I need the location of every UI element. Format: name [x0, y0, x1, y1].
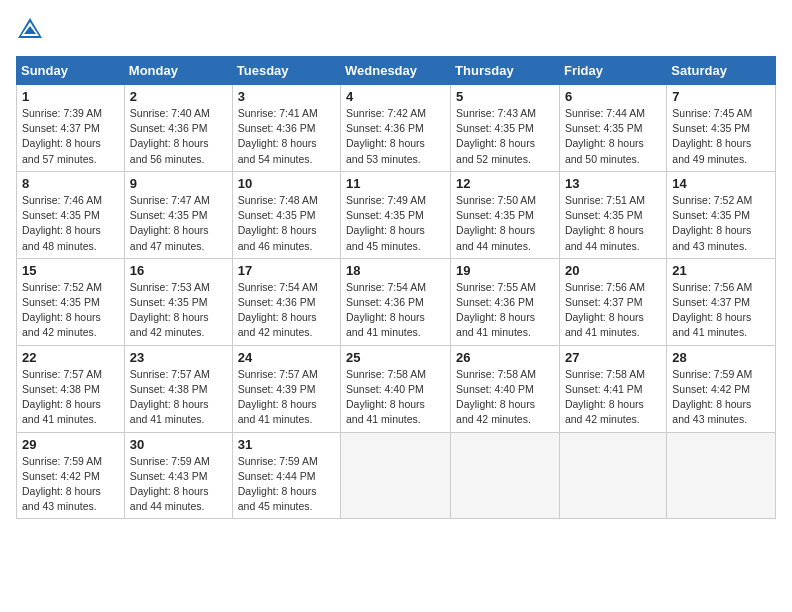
day-info: Sunrise: 7:52 AMSunset: 4:35 PMDaylight:…: [22, 280, 119, 341]
day-info: Sunrise: 7:58 AMSunset: 4:41 PMDaylight:…: [565, 367, 661, 428]
calendar-week-3: 15Sunrise: 7:52 AMSunset: 4:35 PMDayligh…: [17, 258, 776, 345]
day-info: Sunrise: 7:57 AMSunset: 4:38 PMDaylight:…: [22, 367, 119, 428]
day-info: Sunrise: 7:42 AMSunset: 4:36 PMDaylight:…: [346, 106, 445, 167]
weekday-header-wednesday: Wednesday: [341, 57, 451, 85]
calendar-table: SundayMondayTuesdayWednesdayThursdayFrid…: [16, 56, 776, 519]
calendar-cell: 29Sunrise: 7:59 AMSunset: 4:42 PMDayligh…: [17, 432, 125, 519]
day-number: 29: [22, 437, 119, 452]
day-number: 9: [130, 176, 227, 191]
day-number: 17: [238, 263, 335, 278]
day-info: Sunrise: 7:48 AMSunset: 4:35 PMDaylight:…: [238, 193, 335, 254]
calendar-cell: 28Sunrise: 7:59 AMSunset: 4:42 PMDayligh…: [667, 345, 776, 432]
day-info: Sunrise: 7:54 AMSunset: 4:36 PMDaylight:…: [238, 280, 335, 341]
day-info: Sunrise: 7:56 AMSunset: 4:37 PMDaylight:…: [672, 280, 770, 341]
calendar-cell: 14Sunrise: 7:52 AMSunset: 4:35 PMDayligh…: [667, 171, 776, 258]
day-number: 23: [130, 350, 227, 365]
day-number: 8: [22, 176, 119, 191]
day-info: Sunrise: 7:57 AMSunset: 4:39 PMDaylight:…: [238, 367, 335, 428]
calendar-cell: [667, 432, 776, 519]
day-number: 1: [22, 89, 119, 104]
day-number: 19: [456, 263, 554, 278]
calendar-cell: 15Sunrise: 7:52 AMSunset: 4:35 PMDayligh…: [17, 258, 125, 345]
day-number: 6: [565, 89, 661, 104]
day-info: Sunrise: 7:46 AMSunset: 4:35 PMDaylight:…: [22, 193, 119, 254]
day-number: 26: [456, 350, 554, 365]
day-number: 10: [238, 176, 335, 191]
calendar-cell: [341, 432, 451, 519]
day-info: Sunrise: 7:39 AMSunset: 4:37 PMDaylight:…: [22, 106, 119, 167]
weekday-header-saturday: Saturday: [667, 57, 776, 85]
day-info: Sunrise: 7:53 AMSunset: 4:35 PMDaylight:…: [130, 280, 227, 341]
day-info: Sunrise: 7:44 AMSunset: 4:35 PMDaylight:…: [565, 106, 661, 167]
day-info: Sunrise: 7:41 AMSunset: 4:36 PMDaylight:…: [238, 106, 335, 167]
day-info: Sunrise: 7:57 AMSunset: 4:38 PMDaylight:…: [130, 367, 227, 428]
calendar-cell: 4Sunrise: 7:42 AMSunset: 4:36 PMDaylight…: [341, 85, 451, 172]
calendar-week-2: 8Sunrise: 7:46 AMSunset: 4:35 PMDaylight…: [17, 171, 776, 258]
day-number: 30: [130, 437, 227, 452]
day-number: 3: [238, 89, 335, 104]
calendar-cell: 30Sunrise: 7:59 AMSunset: 4:43 PMDayligh…: [124, 432, 232, 519]
day-info: Sunrise: 7:47 AMSunset: 4:35 PMDaylight:…: [130, 193, 227, 254]
calendar-cell: 22Sunrise: 7:57 AMSunset: 4:38 PMDayligh…: [17, 345, 125, 432]
calendar-cell: 9Sunrise: 7:47 AMSunset: 4:35 PMDaylight…: [124, 171, 232, 258]
page-header: [16, 16, 776, 44]
day-number: 31: [238, 437, 335, 452]
day-number: 24: [238, 350, 335, 365]
day-info: Sunrise: 7:56 AMSunset: 4:37 PMDaylight:…: [565, 280, 661, 341]
calendar-cell: 7Sunrise: 7:45 AMSunset: 4:35 PMDaylight…: [667, 85, 776, 172]
calendar-cell: 12Sunrise: 7:50 AMSunset: 4:35 PMDayligh…: [451, 171, 560, 258]
day-info: Sunrise: 7:49 AMSunset: 4:35 PMDaylight:…: [346, 193, 445, 254]
calendar-cell: 13Sunrise: 7:51 AMSunset: 4:35 PMDayligh…: [559, 171, 666, 258]
calendar-cell: 25Sunrise: 7:58 AMSunset: 4:40 PMDayligh…: [341, 345, 451, 432]
day-number: 25: [346, 350, 445, 365]
calendar-cell: 31Sunrise: 7:59 AMSunset: 4:44 PMDayligh…: [232, 432, 340, 519]
calendar-week-1: 1Sunrise: 7:39 AMSunset: 4:37 PMDaylight…: [17, 85, 776, 172]
day-info: Sunrise: 7:59 AMSunset: 4:43 PMDaylight:…: [130, 454, 227, 515]
weekday-header-tuesday: Tuesday: [232, 57, 340, 85]
calendar-cell: 8Sunrise: 7:46 AMSunset: 4:35 PMDaylight…: [17, 171, 125, 258]
day-number: 28: [672, 350, 770, 365]
weekday-header-friday: Friday: [559, 57, 666, 85]
day-info: Sunrise: 7:45 AMSunset: 4:35 PMDaylight:…: [672, 106, 770, 167]
day-info: Sunrise: 7:51 AMSunset: 4:35 PMDaylight:…: [565, 193, 661, 254]
calendar-cell: 17Sunrise: 7:54 AMSunset: 4:36 PMDayligh…: [232, 258, 340, 345]
day-info: Sunrise: 7:59 AMSunset: 4:42 PMDaylight:…: [672, 367, 770, 428]
day-number: 15: [22, 263, 119, 278]
calendar-cell: 26Sunrise: 7:58 AMSunset: 4:40 PMDayligh…: [451, 345, 560, 432]
day-number: 4: [346, 89, 445, 104]
day-number: 12: [456, 176, 554, 191]
day-number: 21: [672, 263, 770, 278]
calendar-cell: 6Sunrise: 7:44 AMSunset: 4:35 PMDaylight…: [559, 85, 666, 172]
calendar-cell: 1Sunrise: 7:39 AMSunset: 4:37 PMDaylight…: [17, 85, 125, 172]
day-info: Sunrise: 7:43 AMSunset: 4:35 PMDaylight:…: [456, 106, 554, 167]
day-info: Sunrise: 7:58 AMSunset: 4:40 PMDaylight:…: [346, 367, 445, 428]
day-info: Sunrise: 7:52 AMSunset: 4:35 PMDaylight:…: [672, 193, 770, 254]
calendar-cell: 27Sunrise: 7:58 AMSunset: 4:41 PMDayligh…: [559, 345, 666, 432]
calendar-cell: 3Sunrise: 7:41 AMSunset: 4:36 PMDaylight…: [232, 85, 340, 172]
calendar-week-4: 22Sunrise: 7:57 AMSunset: 4:38 PMDayligh…: [17, 345, 776, 432]
day-number: 7: [672, 89, 770, 104]
calendar-cell: 19Sunrise: 7:55 AMSunset: 4:36 PMDayligh…: [451, 258, 560, 345]
calendar-cell: [451, 432, 560, 519]
weekday-header-thursday: Thursday: [451, 57, 560, 85]
day-info: Sunrise: 7:55 AMSunset: 4:36 PMDaylight:…: [456, 280, 554, 341]
day-info: Sunrise: 7:59 AMSunset: 4:44 PMDaylight:…: [238, 454, 335, 515]
day-number: 5: [456, 89, 554, 104]
day-number: 22: [22, 350, 119, 365]
calendar-cell: 21Sunrise: 7:56 AMSunset: 4:37 PMDayligh…: [667, 258, 776, 345]
day-number: 13: [565, 176, 661, 191]
day-number: 16: [130, 263, 227, 278]
day-number: 11: [346, 176, 445, 191]
logo: [16, 16, 48, 44]
day-number: 14: [672, 176, 770, 191]
day-info: Sunrise: 7:54 AMSunset: 4:36 PMDaylight:…: [346, 280, 445, 341]
calendar-cell: 20Sunrise: 7:56 AMSunset: 4:37 PMDayligh…: [559, 258, 666, 345]
calendar-cell: 2Sunrise: 7:40 AMSunset: 4:36 PMDaylight…: [124, 85, 232, 172]
calendar-cell: [559, 432, 666, 519]
calendar-cell: 23Sunrise: 7:57 AMSunset: 4:38 PMDayligh…: [124, 345, 232, 432]
weekday-header-monday: Monday: [124, 57, 232, 85]
day-info: Sunrise: 7:50 AMSunset: 4:35 PMDaylight:…: [456, 193, 554, 254]
logo-icon: [16, 16, 44, 44]
day-number: 20: [565, 263, 661, 278]
day-number: 18: [346, 263, 445, 278]
